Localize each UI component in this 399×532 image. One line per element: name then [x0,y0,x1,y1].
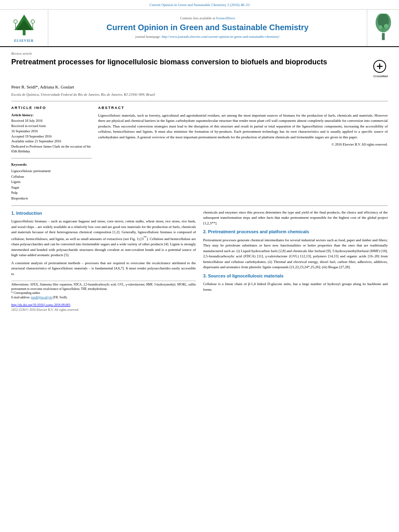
footnote-abbreviations: Abbreviations: AFEX, Ammonia fibre expan… [11,283,196,291]
article-info-section: ARTICLE INFO Article history: Received 1… [11,105,92,201]
footnote-email: E-mail address: pseidl@eq.ufrj.br (P.R. … [11,296,196,300]
history-item-0: Received 18 July 2016 [11,119,92,123]
article-content: Review article Pretreatment processes fo… [0,47,399,316]
body-content: 1. Introduction Lignocellulosic biomass … [11,210,388,313]
section1-right-text: chemicals and enzymes since this process… [203,210,388,226]
history-item-1: Received in revised form [11,124,92,129]
svg-point-11 [384,24,388,29]
section2-text: Pretreatment processes generate chemical… [203,238,388,270]
section1-para2: A consistent analysis of pretreatment me… [11,261,196,277]
history-item-3: Accepted 19 September 2016 [11,134,92,139]
footnote-corresponding: * Corresponding author. [11,291,196,296]
keyword-4: Pulp [11,190,92,196]
svg-point-10 [378,25,382,29]
section2-heading: 2. Pretreatment processes and platform c… [203,228,388,235]
journal-logo-icon [371,14,395,42]
svg-point-12 [381,28,385,31]
keyword-5: Bioproducts [11,196,92,201]
section3-text: Cellulose is a linear chain of β-1,4 lin… [203,281,388,292]
sciencedirect-line: Contents lists available at ScienceDirec… [180,16,235,21]
keyword-0: Lignocellulosic pretreatment [11,168,92,174]
section1-heading: 1. Introduction [11,210,196,217]
authors: Peter R. Seidl*, Adriana K. Goulart [11,84,388,90]
sciencedirect-link[interactable]: ScienceDirect [216,16,235,20]
journal-bar: Current Opinion in Green and Sustainable… [0,0,399,10]
elsevier-tree-icon [8,13,40,37]
section1-para1: Lignocellulosic biomass – such as sugarc… [11,219,196,258]
article-history: Article history: Received 18 July 2016 R… [11,113,92,154]
copyright-line: © 2016 Elsevier B.V. All rights reserved… [98,142,388,147]
article-info-heading: ARTICLE INFO [11,105,92,111]
journal-header: ELSEVIER Contents lists available at Sci… [0,10,399,47]
body-left-column: 1. Introduction Lignocellulosic biomass … [11,210,196,313]
keyword-3: Sugar [11,185,92,191]
doi-link[interactable]: http://dx.doi.org/10.1016/j.cogsc.2016.0… [11,303,196,308]
divider-2 [11,205,388,206]
history-item-5: Dedicated to Professor James Clark on th… [11,144,92,154]
journal-title: Current Opinion in Green and Sustainable… [107,23,309,32]
svg-point-5 [31,20,35,23]
divider-keywords [11,158,92,158]
info-abstract-layout: ARTICLE INFO Article history: Received 1… [11,105,388,201]
article-info-column: ARTICLE INFO Article history: Received 1… [11,105,92,201]
svg-rect-0 [23,30,25,35]
svg-point-3 [14,20,17,23]
history-heading: Article history: [11,113,92,118]
divider-1 [11,101,388,101]
abstract-column: ABSTRACT Lignocellulosic materials, such… [98,105,388,201]
bottom-info: http://dx.doi.org/10.1016/j.cogsc.2016.0… [11,303,196,312]
journal-citation: Current Opinion in Green and Sustainable… [149,3,249,7]
keywords-heading: Keywords: [11,162,92,167]
history-item-4: Available online 21 September 2016 [11,139,92,144]
elsevier-label: ELSEVIER [14,39,33,43]
svg-text:CrossMark: CrossMark [373,74,388,78]
elsevier-logo-area: ELSEVIER [0,10,48,46]
journal-homepage: journal homepage: http://www.journals.el… [136,35,280,39]
homepage-link[interactable]: http://www.journals.elsevier.com/current… [162,35,280,39]
affiliation: Escola de Química, Universidade Federal … [11,92,388,97]
right-logo-area [367,10,399,46]
journal-title-area: Contents lists available at ScienceDirec… [48,10,367,46]
svg-rect-7 [382,33,385,40]
body-right-column: chemicals and enzymes since this process… [203,210,388,313]
abstract-heading: ABSTRACT [98,105,388,111]
article-title-row: Pretreatment processes for lignocellulos… [11,58,388,81]
abstract-section: ABSTRACT Lignocellulosic materials, such… [98,105,388,147]
section3-heading: 3. Sources of lignocellulosic materials [203,273,388,279]
history-item-2: 16 September 2016 [11,129,92,134]
issn-text: 2452-2236/© 2016 Elsevier B.V. All right… [11,308,196,312]
keyword-1: Cellulose [11,174,92,180]
amounts-text: amounts [90,237,102,241]
crossmark-icon: CrossMark [372,59,388,81]
review-label: Review article [11,51,388,56]
page: Current Opinion in Green and Sustainable… [0,0,399,532]
abstract-text: Lignocellulosic materials, such as fores… [98,113,388,140]
email-link[interactable]: pseidl@eq.ufrj.br [31,296,52,299]
article-title: Pretreatment processes for lignocellulos… [11,58,368,67]
footnote-area: Abbreviations: AFEX, Ammonia fibre expan… [11,281,196,300]
keywords-section: Keywords: Lignocellulosic pretreatment C… [11,162,92,201]
keyword-2: Lignin [11,179,92,185]
